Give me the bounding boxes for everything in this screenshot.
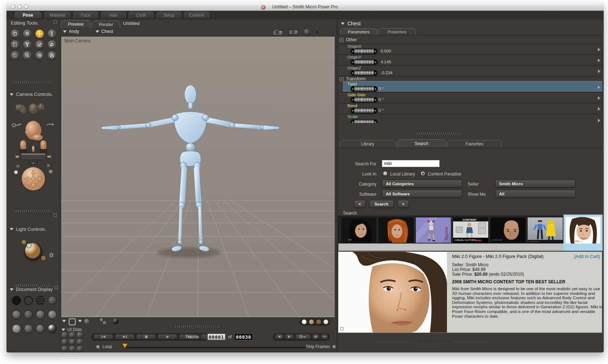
next-keyframe-button[interactable] <box>285 334 294 339</box>
current-frame-field[interactable]: 00001 <box>207 334 225 340</box>
camera-controls-cluster[interactable] <box>9 101 57 192</box>
originy-value[interactable]: 4.145 <box>381 60 391 64</box>
originz-dial[interactable] <box>350 70 378 76</box>
tracking-dots-icon[interactable] <box>100 318 103 321</box>
tab-pose[interactable]: Pose <box>14 11 42 18</box>
twist-dial[interactable] <box>350 86 378 92</box>
display-style-wireframe[interactable] <box>36 296 45 305</box>
originz-menu-arrow[interactable] <box>598 69 600 73</box>
result-thumb-miki-hair[interactable] <box>379 217 414 243</box>
display-style-hidden-line[interactable] <box>48 296 57 305</box>
tab-properties[interactable]: Properties <box>378 28 416 35</box>
display-style-menu-icon[interactable] <box>78 320 82 322</box>
total-frames-field[interactable]: 00030 <box>235 334 253 340</box>
parameters-collapse-icon[interactable] <box>341 22 345 25</box>
document-display-collapse-box[interactable] <box>55 286 58 289</box>
originx-dial[interactable] <box>350 48 378 54</box>
originy-dial[interactable] <box>350 59 378 65</box>
sidebar-divider-handle-1[interactable] <box>13 81 52 84</box>
move-figure-icon[interactable] <box>313 28 321 36</box>
sidebar-divider-handle-3[interactable] <box>13 284 52 287</box>
add-to-cart-link[interactable]: [Add to Cart] <box>540 254 600 259</box>
camera-controls-collapse-icon[interactable] <box>10 93 13 96</box>
scale-dial[interactable] <box>350 119 378 123</box>
display-style-smooth-lined[interactable] <box>24 324 33 333</box>
light-controls-collapse-box[interactable] <box>54 213 57 217</box>
translate-pull-tool-button[interactable] <box>35 30 44 38</box>
scale-menu-arrow[interactable] <box>598 119 600 122</box>
display-style-smooth-shaded[interactable] <box>12 324 21 333</box>
figure-menu-arrow-icon[interactable] <box>63 30 67 33</box>
tab-favorites[interactable]: Favorites <box>447 140 502 148</box>
result-thumb-m2-police[interactable]: smithmicro <box>528 217 563 243</box>
frame-all-icon[interactable] <box>69 318 76 325</box>
software-dropdown[interactable]: All Software <box>382 190 462 198</box>
show-me-dropdown[interactable]: All <box>495 190 575 198</box>
direct-manipulation-tool-button[interactable] <box>35 51 44 60</box>
right-panel-splitter[interactable] <box>335 19 338 352</box>
group-transform-collapse-box[interactable] <box>339 77 343 81</box>
side-side-menu-arrow[interactable] <box>598 96 600 100</box>
display-style-outline[interactable] <box>24 296 33 305</box>
background-color-dot[interactable] <box>302 319 307 324</box>
search-input[interactable] <box>382 160 440 167</box>
delete-keyframe-button[interactable] <box>321 334 328 339</box>
local-library-radio[interactable] <box>383 171 388 176</box>
light-indicator-icon[interactable] <box>304 29 310 35</box>
result-thumb-casual-pack[interactable]: CONTENTCASUAL CLOTHESMIKI <box>453 217 488 243</box>
camera-quick-menu-icon[interactable] <box>62 320 66 322</box>
tab-setup[interactable]: Setup <box>156 11 182 18</box>
display-style-shadowed[interactable] <box>48 324 57 333</box>
loop-toggle[interactable] <box>96 345 100 349</box>
originz-value[interactable]: -0.234 <box>381 71 393 75</box>
foreground-color-dot[interactable] <box>309 319 314 324</box>
originy-menu-arrow[interactable] <box>598 59 600 62</box>
view-orbit-tool-button[interactable] <box>48 51 56 60</box>
content-paradise-radio[interactable] <box>421 171 425 176</box>
bend-dial[interactable] <box>350 108 378 113</box>
tracking-ball-icon[interactable] <box>84 319 89 324</box>
previous-keyframe-button[interactable] <box>275 334 284 339</box>
tab-face[interactable]: Face <box>72 11 99 18</box>
display-style-flat-lined[interactable] <box>36 310 45 319</box>
morph-tool-button[interactable] <box>35 41 44 49</box>
display-style-flat-shaded[interactable] <box>24 310 33 319</box>
play-button[interactable] <box>157 334 177 339</box>
display-style-silhouette[interactable] <box>12 296 21 305</box>
sidebar-divider-handle-2[interactable] <box>13 210 52 212</box>
twist-tool-button[interactable] <box>23 30 31 38</box>
group-other-collapse-box[interactable] <box>339 38 343 42</box>
scale-tool-button[interactable] <box>11 41 19 49</box>
search-button[interactable]: Search <box>369 200 394 208</box>
display-style-lit-wireframe[interactable] <box>12 310 21 319</box>
tab-search[interactable]: Search <box>397 139 446 148</box>
camera-view-icon[interactable] <box>273 29 283 35</box>
stop-button[interactable] <box>136 334 156 339</box>
skip-frames-toggle[interactable] <box>333 345 336 348</box>
result-thumb-face-room[interactable]: smithmicro <box>490 217 525 243</box>
shadow-toggle-icon[interactable] <box>113 318 119 324</box>
tab-render[interactable]: Render <box>92 21 120 28</box>
add-keyframe-button[interactable] <box>312 334 320 339</box>
bend-value[interactable]: 0 ° <box>379 108 384 113</box>
last-frame-button[interactable] <box>115 334 135 339</box>
actor-menu[interactable]: Chest <box>101 29 113 34</box>
tab-library[interactable]: Library <box>339 140 396 148</box>
translate-inout-tool-button[interactable] <box>48 30 56 38</box>
actor-menu-arrow-icon[interactable] <box>96 30 99 33</box>
figure-menu[interactable]: Andy <box>69 29 79 34</box>
grouping-tool-button[interactable] <box>11 51 19 60</box>
side-side-dial[interactable] <box>350 97 378 102</box>
result-thumb-g2-jessi-hair[interactable]: mki <box>341 217 376 243</box>
tab-parameters[interactable]: Parameters <box>340 28 377 35</box>
animation-palette-divider-handle[interactable] <box>174 325 221 328</box>
first-frame-button[interactable] <box>93 334 113 339</box>
next-page-button[interactable]: > <box>397 200 409 208</box>
ui-dots-collapse-icon[interactable] <box>62 329 65 331</box>
content-paradise-label[interactable]: Content Paradise <box>428 172 461 177</box>
originx-menu-arrow[interactable] <box>598 48 600 51</box>
originx-value[interactable]: 0.000 <box>381 49 391 53</box>
color-tool-button[interactable] <box>48 41 56 49</box>
twist-value[interactable]: 0 ° <box>379 86 384 91</box>
timeline-slider[interactable] <box>125 347 311 348</box>
